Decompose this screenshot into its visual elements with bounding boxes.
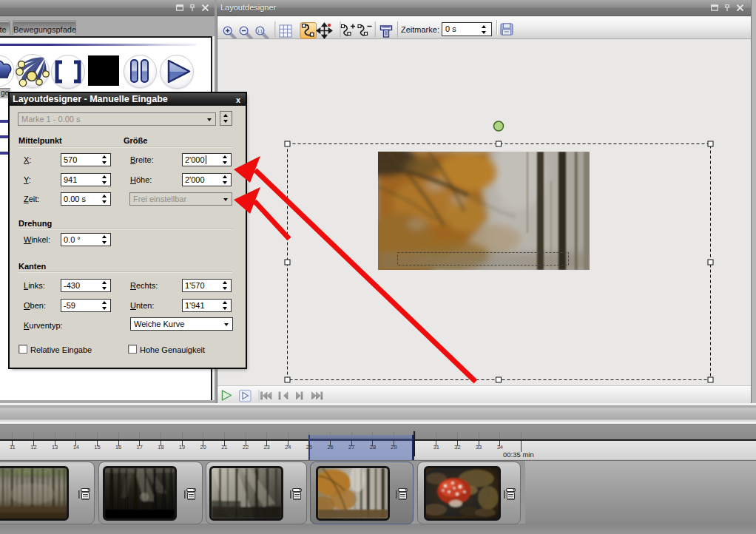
svg-text:1:1: 1:1 bbox=[257, 29, 263, 33]
